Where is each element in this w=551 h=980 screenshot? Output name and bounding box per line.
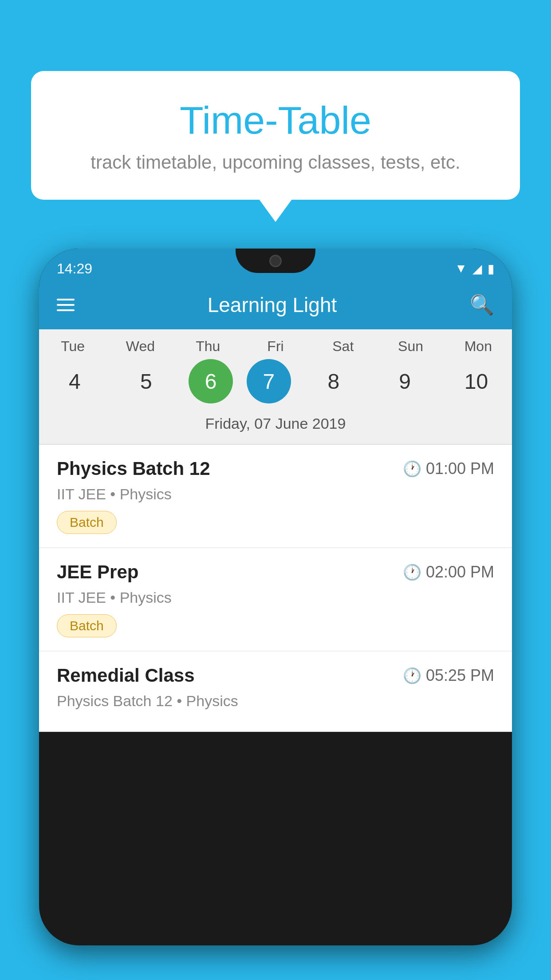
day-name-wed[interactable]: Wed (111, 338, 169, 355)
status-time: 14:29 (57, 261, 92, 277)
app-title: Learning Light (92, 293, 452, 317)
day-num-10[interactable]: 10 (447, 359, 505, 403)
batch-badge-1: Batch (57, 511, 117, 534)
day-name-fri[interactable]: Fri (247, 338, 304, 355)
class-name-1: Physics Batch 12 (57, 458, 210, 479)
schedule-item-1[interactable]: Physics Batch 12 🕐 01:00 PM IIT JEE • Ph… (39, 445, 512, 548)
class-meta-3: Physics Batch 12 • Physics (57, 692, 494, 710)
screen-content: 14:29 ▼ ◢ ▮ Learning Light 🔍 (39, 249, 512, 732)
bubble-subtitle: track timetable, upcoming classes, tests… (67, 152, 484, 173)
class-time-label-2: 02:00 PM (426, 563, 494, 581)
day-num-5[interactable]: 5 (117, 359, 175, 403)
clock-icon-1: 🕐 (403, 460, 421, 478)
schedule-item-2[interactable]: JEE Prep 🕐 02:00 PM IIT JEE • Physics Ba… (39, 548, 512, 652)
class-time-2: 🕐 02:00 PM (403, 563, 494, 581)
schedule-list: Physics Batch 12 🕐 01:00 PM IIT JEE • Ph… (39, 445, 512, 732)
clock-icon-3: 🕐 (403, 667, 421, 684)
day-name-sun[interactable]: Sun (382, 338, 440, 355)
schedule-item-3[interactable]: Remedial Class 🕐 05:25 PM Physics Batch … (39, 652, 512, 732)
battery-icon: ▮ (488, 261, 494, 276)
day-names-row: Tue Wed Thu Fri Sat Sun Mon (39, 338, 512, 355)
schedule-item-header-1: Physics Batch 12 🕐 01:00 PM (57, 458, 494, 479)
app-bar: Learning Light 🔍 (39, 281, 512, 329)
hamburger-icon[interactable] (57, 299, 75, 311)
phone-outer: 14:29 ▼ ◢ ▮ Learning Light 🔍 (39, 249, 512, 980)
speech-bubble: Time-Table track timetable, upcoming cla… (31, 71, 520, 200)
day-name-tue[interactable]: Tue (44, 338, 102, 355)
day-num-8[interactable]: 8 (305, 359, 362, 403)
status-icons: ▼ ◢ ▮ (455, 261, 494, 276)
bubble-title: Time-Table (67, 98, 484, 143)
class-name-2: JEE Prep (57, 561, 138, 583)
batch-badge-2: Batch (57, 614, 117, 637)
search-icon[interactable]: 🔍 (470, 293, 494, 316)
clock-icon-2: 🕐 (403, 563, 421, 581)
phone-frame: 14:29 ▼ ◢ ▮ Learning Light 🔍 (39, 249, 512, 945)
camera-dot (269, 255, 282, 267)
wifi-icon: ▼ (455, 261, 467, 276)
speech-bubble-container: Time-Table track timetable, upcoming cla… (31, 71, 520, 200)
selected-date-label: Friday, 07 June 2019 (39, 411, 512, 439)
schedule-item-header-2: JEE Prep 🕐 02:00 PM (57, 561, 494, 583)
signal-icon: ◢ (472, 261, 482, 276)
day-name-thu[interactable]: Thu (179, 338, 237, 355)
schedule-item-header-3: Remedial Class 🕐 05:25 PM (57, 665, 494, 686)
day-numbers-row: 4 5 6 7 8 9 10 (39, 359, 512, 403)
class-meta-1: IIT JEE • Physics (57, 486, 494, 503)
class-meta-2: IIT JEE • Physics (57, 589, 494, 606)
day-name-mon[interactable]: Mon (449, 338, 507, 355)
day-name-sat[interactable]: Sat (314, 338, 372, 355)
day-num-9[interactable]: 9 (376, 359, 434, 403)
class-time-1: 🕐 01:00 PM (403, 459, 494, 478)
day-num-6-today[interactable]: 6 (189, 359, 233, 403)
calendar-strip: Tue Wed Thu Fri Sat Sun Mon 4 5 6 7 8 9 … (39, 329, 512, 444)
class-time-label-1: 01:00 PM (426, 459, 494, 478)
class-name-3: Remedial Class (57, 665, 195, 686)
class-time-3: 🕐 05:25 PM (403, 666, 494, 685)
phone-notch (236, 249, 315, 273)
day-num-4[interactable]: 4 (46, 359, 103, 403)
class-time-label-3: 05:25 PM (426, 666, 494, 685)
day-num-7-selected[interactable]: 7 (247, 359, 291, 403)
